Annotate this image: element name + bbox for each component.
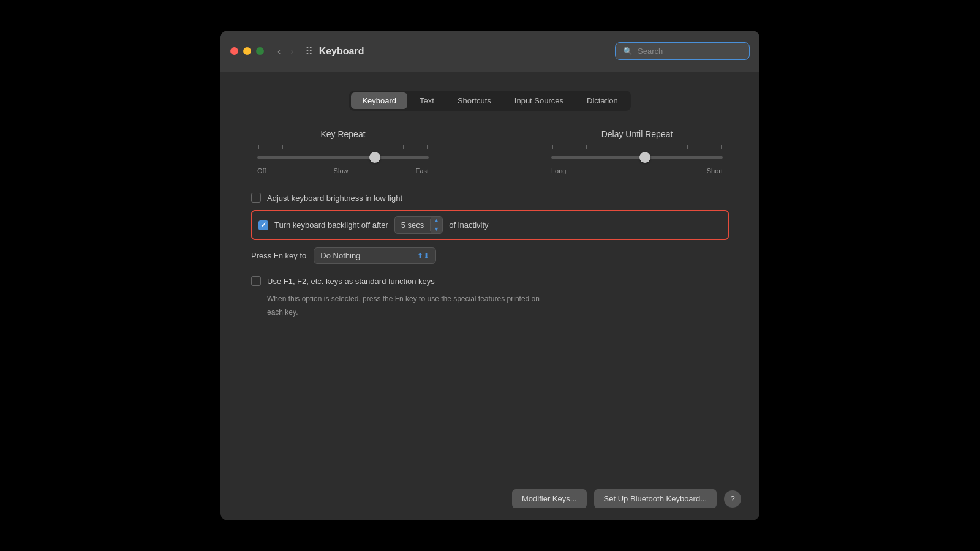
fn-dropdown-value: Do Nothing <box>320 251 412 260</box>
stepper-down-arrow[interactable]: ▼ <box>431 225 442 234</box>
window-title: Keyboard <box>319 46 364 57</box>
back-button[interactable]: ‹ <box>274 43 284 59</box>
close-button[interactable] <box>230 47 238 55</box>
grid-icon[interactable]: ⠿ <box>305 45 313 58</box>
tick <box>552 145 553 149</box>
nav-buttons: ‹ › <box>274 43 298 59</box>
backlight-row: Turn keyboard backlight off after 5 secs… <box>251 210 729 240</box>
key-repeat-slider-wrapper <box>257 145 429 161</box>
search-bar[interactable]: 🔍 <box>615 42 750 60</box>
help-button[interactable]: ? <box>724 490 741 508</box>
key-repeat-slow-label: Slow <box>334 167 349 174</box>
stepper-up-arrow[interactable]: ▲ <box>431 217 442 225</box>
bottom-buttons: Modifier Keys... Set Up Bluetooth Keyboa… <box>512 489 741 508</box>
tick <box>586 145 587 149</box>
titlebar: ‹ › ⠿ Keyboard 🔍 <box>221 31 760 72</box>
search-input[interactable] <box>638 47 742 56</box>
key-repeat-slider[interactable] <box>257 156 429 159</box>
traffic-lights <box>230 47 264 55</box>
key-repeat-slider-labels: Off Slow Fast <box>257 167 429 174</box>
tick <box>307 145 307 149</box>
fn-press-label: Press Fn key to <box>251 251 306 260</box>
f1-label: Use F1, F2, etc. keys as standard functi… <box>267 277 435 286</box>
tick <box>331 145 331 149</box>
stepper-arrows: ▲ ▼ <box>431 217 442 233</box>
f1-description-line1: When this option is selected, press the … <box>267 293 729 304</box>
tab-keyboard[interactable]: Keyboard <box>351 92 407 109</box>
tick <box>403 145 404 149</box>
delay-long-label: Long <box>551 167 566 174</box>
key-repeat-label: Key Repeat <box>320 129 365 139</box>
brightness-checkbox[interactable] <box>251 193 261 203</box>
key-repeat-group: Key Repeat Off S <box>257 129 429 174</box>
tick <box>355 145 355 149</box>
tick <box>258 145 259 149</box>
delay-repeat-slider-labels: Long Short <box>551 167 723 174</box>
brightness-label: Adjust keyboard brightness in low light <box>267 193 402 203</box>
backlight-value: 5 secs <box>395 219 431 231</box>
delay-repeat-group: Delay Until Repeat Long Short <box>551 129 723 174</box>
tick <box>654 145 654 149</box>
keyboard-preferences-window: ‹ › ⠿ Keyboard 🔍 Keyboard Text Shortcuts… <box>221 31 760 520</box>
fn-key-row: Press Fn key to Do Nothing ⬆⬇ <box>251 247 729 264</box>
tab-dictation[interactable]: Dictation <box>576 92 629 109</box>
backlight-label: Turn keyboard backlight off after <box>274 220 388 230</box>
key-repeat-ticks <box>257 145 429 149</box>
tick <box>379 145 379 149</box>
tabs-container: Keyboard Text Shortcuts Input Sources Di… <box>349 91 630 111</box>
backlight-stepper[interactable]: 5 secs ▲ ▼ <box>394 216 443 234</box>
delay-repeat-ticks <box>551 145 723 149</box>
tab-input-sources[interactable]: Input Sources <box>503 92 575 109</box>
f1-checkbox[interactable] <box>251 276 261 286</box>
key-repeat-off-label: Off <box>257 167 266 174</box>
delay-short-label: Short <box>707 167 723 174</box>
backlight-checkbox[interactable] <box>258 220 268 230</box>
chevron-down-icon: ⬆⬇ <box>417 252 429 260</box>
f1-description: When this option is selected, press the … <box>251 293 729 318</box>
tab-shortcuts[interactable]: Shortcuts <box>447 92 502 109</box>
tick <box>282 145 283 149</box>
f1-description-line2: each key. <box>267 307 729 318</box>
tab-text[interactable]: Text <box>409 92 445 109</box>
tick <box>620 145 620 149</box>
modifier-keys-button[interactable]: Modifier Keys... <box>512 489 587 508</box>
tick <box>687 145 688 149</box>
minimize-button[interactable] <box>243 47 251 55</box>
tick <box>721 145 722 149</box>
backlight-suffix: of inactivity <box>449 220 488 230</box>
forward-button[interactable]: › <box>287 43 297 59</box>
brightness-row: Adjust keyboard brightness in low light <box>251 193 729 203</box>
bluetooth-keyboard-button[interactable]: Set Up Bluetooth Keyboard... <box>594 489 717 508</box>
content-area: Keyboard Text Shortcuts Input Sources Di… <box>221 72 760 336</box>
search-icon: 🔍 <box>623 47 633 56</box>
delay-repeat-slider-wrapper <box>551 145 723 161</box>
fn-dropdown[interactable]: Do Nothing ⬆⬇ <box>314 247 436 264</box>
tick <box>427 145 428 149</box>
delay-repeat-label: Delay Until Repeat <box>601 129 673 139</box>
f1-row: Use F1, F2, etc. keys as standard functi… <box>251 276 729 286</box>
key-repeat-fast-label: Fast <box>416 167 429 174</box>
sliders-section: Key Repeat Off S <box>245 129 735 174</box>
options-section: Adjust keyboard brightness in low light … <box>245 193 735 318</box>
fullscreen-button[interactable] <box>256 47 264 55</box>
delay-repeat-slider[interactable] <box>551 156 723 159</box>
